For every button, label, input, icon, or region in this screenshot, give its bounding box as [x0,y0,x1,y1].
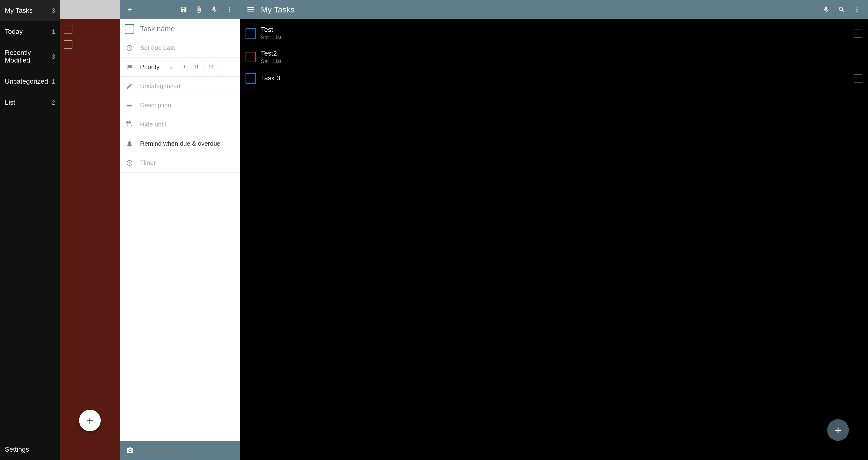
sidebar-item-recently-modified-count: 3 [52,53,55,60]
camera-icon[interactable] [125,445,135,456]
right-task-name-test: Test [261,26,849,34]
right-task-item-task3[interactable]: Task 3 [240,69,868,89]
timer-icon [125,158,134,168]
middle-task-checkbox-1[interactable] [64,25,72,34]
middle-task-checkbox-2[interactable] [64,40,72,49]
right-task-list-test2: List [273,58,281,64]
due-date-placeholder: Set due date [140,44,235,52]
priority-label: Priority [140,63,164,71]
sidebar-item-uncategorized[interactable]: Uncategorized 1 [0,71,60,92]
back-button[interactable] [125,4,135,15]
mic-button-detail[interactable] [209,4,220,15]
sidebar-item-my-tasks[interactable]: My Tasks 3 [0,0,60,21]
right-task-date-test2: Sat [261,58,269,64]
task-detail-body: Set due date Priority ○ ! !! !!! Uncateg… [120,19,240,441]
sidebar: My Tasks 3 Today 1 Recently Modified 3 U… [0,0,60,460]
middle-top-bar [60,0,120,19]
right-more-button[interactable] [852,4,862,15]
description-placeholder: Description... [140,102,235,109]
description-row[interactable]: Description... [120,96,240,115]
sidebar-item-recently-modified-label: Recently Modified [5,49,52,64]
priority-low-option[interactable]: ! [183,63,185,71]
sidebar-item-today-count: 1 [52,28,55,35]
timer-placeholder: Timer [140,159,235,166]
reminder-label: Remind when due & overdue [140,140,235,147]
priority-icon [125,62,134,72]
priority-row: Priority ○ ! !! !!! [120,58,240,77]
timer-row[interactable]: Timer [120,153,240,172]
right-task-done-task3[interactable] [854,74,862,83]
hamburger-icon [247,7,254,12]
settings-button[interactable]: Settings [0,439,60,460]
list-icon [125,81,134,91]
sidebar-item-today-label: Today [5,28,52,35]
priority-none-option[interactable]: ○ [170,63,174,71]
middle-task-item-2[interactable] [60,37,120,52]
description-icon [125,101,134,110]
right-task-info-test2: Test2 Sat | List [261,50,849,64]
sidebar-item-list-label: List [5,99,52,106]
right-task-checkbox-task3[interactable] [246,73,256,84]
sidebar-item-uncategorized-label: Uncategorized [5,78,52,85]
right-add-fab[interactable]: + [827,419,849,441]
right-task-info-task3: Task 3 [261,74,849,83]
right-task-checkbox-test2[interactable] [246,52,256,62]
hide-until-placeholder: Hide until [140,121,235,128]
right-task-item-test[interactable]: Test Sat | List [240,22,868,45]
right-task-info-test: Test Sat | List [261,26,849,41]
task-complete-checkbox[interactable] [125,24,134,34]
reminder-row[interactable]: Remind when due & overdue [120,134,240,153]
sidebar-item-list-count: 2 [52,99,55,106]
right-panel-title: My Tasks [261,5,816,14]
task-detail-footer [120,441,240,460]
task-name-row [120,19,240,38]
right-task-name-test2: Test2 [261,50,849,57]
right-task-list-test: List [273,34,281,40]
right-task-checkbox-test[interactable] [246,28,256,39]
attach-button[interactable] [194,4,204,15]
right-task-name-task3: Task 3 [261,74,849,82]
middle-task-item-1[interactable] [60,22,120,37]
right-search-button[interactable] [836,4,847,15]
right-mic-button[interactable] [821,4,832,15]
due-date-icon [125,43,134,53]
save-button[interactable] [178,4,189,15]
list-placeholder: Uncategorized [140,83,235,90]
settings-label: Settings [5,446,29,453]
middle-add-fab[interactable]: + [79,410,101,431]
middle-fab-icon: + [87,414,93,427]
right-task-done-test2[interactable] [854,53,862,61]
task-detail-header [120,0,240,19]
right-task-meta-test2: Sat | List [261,58,849,64]
priority-options: ○ ! !! !!! [170,63,235,71]
sidebar-item-my-tasks-label: My Tasks [5,7,52,14]
sidebar-item-today[interactable]: Today 1 [0,21,60,42]
hide-until-icon [125,120,134,129]
due-date-row[interactable]: Set due date [120,38,240,58]
priority-med-option[interactable]: !! [195,63,199,71]
hide-until-row[interactable]: Hide until [120,115,240,134]
right-panel-header: My Tasks [240,0,868,19]
right-tasks-list: Test Sat | List Test2 Sat | List [240,19,868,460]
sidebar-item-list[interactable]: List 2 [0,92,60,113]
right-task-meta-test: Sat | List [261,34,849,41]
more-button-detail[interactable] [224,4,235,15]
right-menu-icon[interactable] [246,4,256,15]
sidebar-item-uncategorized-count: 1 [52,78,55,85]
sidebar-item-recently-modified[interactable]: Recently Modified 3 [0,42,60,71]
priority-high-option[interactable]: !!! [208,63,214,71]
middle-tasks [60,19,120,55]
reminder-icon [125,139,134,149]
sidebar-item-my-tasks-count: 3 [52,7,55,14]
right-task-done-test[interactable] [854,29,862,38]
list-row[interactable]: Uncategorized [120,77,240,96]
right-task-item-test2[interactable]: Test2 Sat | List [240,45,868,69]
task-detail-panel: Set due date Priority ○ ! !! !!! Uncateg… [120,0,240,460]
right-fab-icon: + [835,424,841,437]
right-task-date-test: Sat [261,34,269,40]
middle-panel: + [60,0,120,460]
task-name-input[interactable] [140,25,235,33]
comment-input[interactable] [140,447,235,454]
right-panel: My Tasks Test Sat | List [240,0,868,460]
